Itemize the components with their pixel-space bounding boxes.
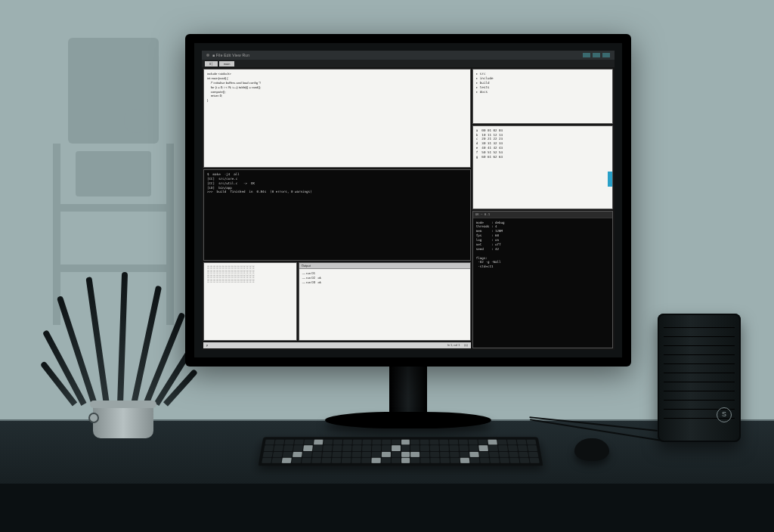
tab-1: 0│ [205, 61, 218, 66]
tab-2: main [219, 61, 235, 66]
potted-plant [64, 272, 178, 438]
window-title: ■ File Edit View Run [212, 53, 249, 57]
screen-content: ■ File Edit View Run 0│ main include <st… [202, 51, 615, 350]
inspector-pane: GK — 0.1 mode : debug threads : 4 mem : … [472, 211, 613, 348]
desk-scene: { "description": "Stylized illustration … [0, 0, 774, 532]
window-controls [583, 53, 610, 57]
editor-text: include <stdio.h> int main(void) { /* in… [204, 70, 470, 105]
plant-pot [93, 401, 153, 438]
monitor-stand-base [325, 412, 491, 428]
file-tree-pane: ▸ src ▸ include ▸ build ▸ tests ▸ docs [472, 69, 613, 124]
svg-rect-8 [53, 264, 174, 272]
window-titlebar: ■ File Edit View Run [202, 51, 615, 60]
tower-badge: S [717, 407, 732, 422]
monitor: ■ File Edit View Run 0│ main include <st… [185, 34, 631, 367]
pc-tower: S [658, 314, 741, 442]
scrollbar-thumb [608, 172, 612, 187]
svg-rect-7 [53, 204, 174, 212]
terminal-pane: $ make -j4 all [CC] src/core.c [CC] src/… [203, 169, 471, 261]
output-pane: Output — run 01 — run 02 ok — run 03 ok [299, 262, 471, 341]
svg-point-4 [124, 109, 148, 133]
desk-front-edge [0, 484, 774, 532]
pot-knob [88, 413, 99, 423]
texture-pane: ░░░░░░░░░░░░░░░░ ░░░░░░░░░░░░░░░░ ░░░░░░… [203, 262, 297, 341]
keyboard-keys [262, 440, 540, 463]
data-table-pane: a 00 01 02 03 b 10 11 12 13 c 20 21 22 2… [472, 125, 613, 209]
svg-rect-3 [76, 79, 151, 88]
editor-pane: include <stdio.h> int main(void) { /* in… [203, 69, 471, 168]
svg-rect-2 [76, 64, 151, 73]
keyboard [259, 437, 543, 466]
editor-tabs: 0│ main [202, 60, 615, 67]
svg-rect-9 [76, 151, 151, 196]
mouse [574, 438, 609, 461]
status-bar: p ln 1, col 1 (s) [203, 342, 471, 348]
terminal-text: $ make -j4 all [CC] src/core.c [CC] src/… [204, 170, 470, 196]
svg-rect-1 [76, 49, 151, 58]
